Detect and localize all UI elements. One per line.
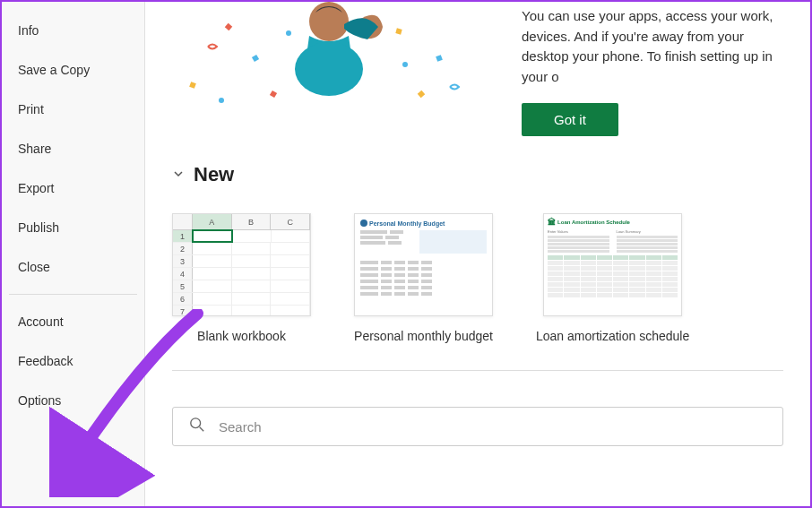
sidebar-item-export[interactable]: Export — [2, 168, 144, 208]
template-label: Loan amortization schedule — [536, 329, 689, 343]
search-box[interactable] — [172, 407, 783, 446]
search-icon — [189, 417, 205, 436]
sidebar-item-feedback[interactable]: Feedback — [2, 341, 144, 381]
search-input[interactable] — [219, 419, 766, 435]
svg-rect-5 — [270, 90, 277, 98]
svg-line-13 — [200, 427, 204, 432]
section-title: New — [194, 163, 234, 186]
template-thumbnail: Personal Monthly Budget — [354, 213, 493, 316]
template-blank-workbook[interactable]: A B C 1 2 3 4 5 6 7 Blank workbook — [172, 213, 311, 343]
template-thumbnail: Loan Amortization Schedule Enter Values … — [543, 213, 682, 316]
divider — [172, 370, 783, 371]
sidebar-item-info[interactable]: Info — [2, 11, 144, 50]
banner-text: You can use your apps, access your work,… — [522, 6, 783, 87]
sidebar-item-options[interactable]: Options — [2, 381, 144, 420]
setup-banner: You can use your apps, access your work,… — [172, 2, 783, 136]
svg-point-0 — [309, 2, 349, 41]
svg-rect-6 — [395, 28, 402, 34]
banner-illustration — [172, 2, 504, 118]
svg-point-1 — [295, 42, 363, 96]
svg-rect-3 — [225, 23, 232, 30]
chevron-down-icon — [172, 168, 185, 183]
svg-rect-2 — [189, 82, 196, 89]
svg-point-11 — [286, 30, 291, 36]
svg-rect-8 — [436, 55, 443, 62]
sidebar-item-save-copy[interactable]: Save a Copy — [2, 50, 144, 90]
svg-rect-4 — [252, 55, 259, 62]
svg-point-9 — [219, 98, 224, 103]
template-gallery: A B C 1 2 3 4 5 6 7 Blank workbook Per — [172, 213, 783, 343]
template-thumbnail: A B C 1 2 3 4 5 6 7 — [172, 213, 311, 316]
got-it-button[interactable]: Got it — [522, 103, 618, 136]
backstage-sidebar: Info Save a Copy Print Share Export Publ… — [2, 2, 145, 506]
main-content: You can use your apps, access your work,… — [145, 2, 810, 506]
template-label: Personal monthly budget — [354, 329, 493, 343]
sidebar-item-account[interactable]: Account — [2, 302, 144, 341]
svg-point-12 — [191, 418, 201, 428]
template-monthly-budget[interactable]: Personal Monthly Budget — [354, 213, 493, 343]
new-section-header[interactable]: New — [172, 163, 783, 186]
template-loan-amortization[interactable]: Loan Amortization Schedule Enter Values … — [536, 213, 689, 343]
template-label: Blank workbook — [197, 329, 286, 343]
sidebar-divider — [9, 294, 137, 295]
sidebar-item-print[interactable]: Print — [2, 90, 144, 129]
sidebar-item-close[interactable]: Close — [2, 247, 144, 287]
svg-point-10 — [402, 62, 408, 67]
sidebar-item-publish[interactable]: Publish — [2, 208, 144, 247]
svg-rect-7 — [418, 90, 425, 98]
sidebar-item-share[interactable]: Share — [2, 129, 144, 168]
